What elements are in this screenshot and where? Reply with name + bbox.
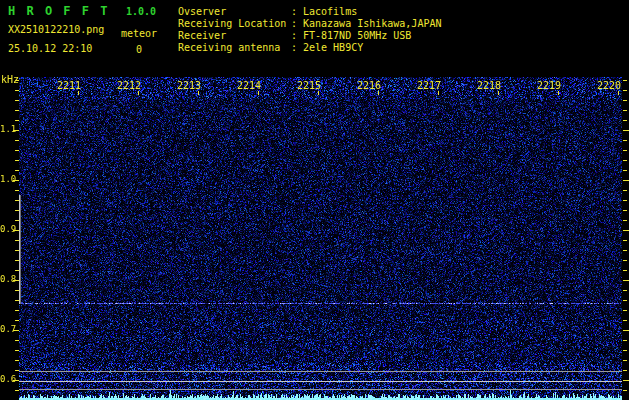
tick-mark bbox=[498, 91, 499, 95]
tick-mark bbox=[15, 390, 19, 391]
x-axis-tick-label: 2216 bbox=[356, 81, 382, 91]
info-label: Receiver bbox=[178, 30, 291, 42]
tick-mark bbox=[623, 340, 627, 341]
y-axis-tick-label: 1.0 bbox=[0, 174, 14, 185]
tick-mark bbox=[258, 91, 259, 95]
station-info: Ovserver:Lacofilms Receiving Location:Ka… bbox=[178, 6, 441, 54]
info-row-location: Receiving Location:Kanazawa Ishikawa,JAP… bbox=[178, 18, 441, 30]
tick-mark bbox=[15, 110, 19, 111]
tick-mark bbox=[623, 90, 627, 91]
tick-mark bbox=[623, 260, 627, 261]
tick-mark bbox=[15, 370, 19, 371]
x-axis-tick-label: 2220 bbox=[596, 81, 622, 91]
x-axis-tick-label: 2218 bbox=[476, 81, 502, 91]
app-version: 1.0.0 bbox=[126, 6, 156, 17]
hrofft-window: H R O F F T 1.0.0 XX2510122210.png meteo… bbox=[0, 0, 629, 400]
x-axis-tick-label: 2214 bbox=[236, 81, 262, 91]
tick-mark bbox=[623, 250, 627, 251]
tick-mark bbox=[623, 180, 629, 181]
info-label: Receiving antenna bbox=[178, 42, 291, 54]
tick-mark bbox=[623, 280, 629, 281]
tick-mark bbox=[623, 380, 629, 381]
info-colon: : bbox=[291, 42, 303, 54]
mode-label: meteor bbox=[121, 28, 157, 39]
x-axis-tick-label: 2215 bbox=[296, 81, 322, 91]
tick-mark bbox=[13, 280, 19, 281]
tick-mark bbox=[623, 100, 627, 101]
tick-mark bbox=[15, 250, 19, 251]
tick-mark bbox=[623, 350, 627, 351]
tick-mark bbox=[13, 180, 19, 181]
info-colon: : bbox=[291, 30, 303, 42]
tick-mark bbox=[15, 200, 19, 201]
tick-mark bbox=[15, 260, 19, 261]
tick-mark bbox=[623, 160, 627, 161]
tick-mark bbox=[623, 270, 627, 271]
tick-mark bbox=[15, 240, 19, 241]
tick-mark bbox=[618, 91, 619, 95]
tick-mark bbox=[558, 91, 559, 95]
tick-mark bbox=[318, 91, 319, 95]
x-axis-tick-label: 2219 bbox=[536, 81, 562, 91]
info-row-antenna: Receiving antenna:2ele HB9CY bbox=[178, 42, 441, 54]
tick-mark bbox=[623, 190, 627, 191]
tick-mark bbox=[15, 220, 19, 221]
info-row-observer: Ovserver:Lacofilms bbox=[178, 6, 441, 18]
tick-mark bbox=[623, 150, 627, 151]
tick-mark bbox=[623, 330, 629, 331]
x-axis-tick-label: 2213 bbox=[176, 81, 202, 91]
tick-mark bbox=[15, 300, 19, 301]
tick-mark bbox=[623, 370, 627, 371]
tick-mark bbox=[623, 120, 627, 121]
tick-mark bbox=[15, 270, 19, 271]
tick-mark bbox=[15, 310, 19, 311]
info-value: 2ele HB9CY bbox=[303, 42, 363, 53]
info-colon: : bbox=[291, 6, 303, 18]
tick-mark bbox=[623, 230, 629, 231]
tick-mark bbox=[15, 290, 19, 291]
info-value: Kanazawa Ishikawa,JAPAN bbox=[303, 18, 441, 29]
tick-mark bbox=[623, 310, 627, 311]
spectrogram-plot bbox=[19, 77, 622, 400]
tick-mark bbox=[15, 140, 19, 141]
y-axis-tick-label: 1.1 bbox=[0, 124, 14, 135]
tick-mark bbox=[15, 340, 19, 341]
y-axis-tick-label: 0.8 bbox=[0, 274, 14, 285]
tick-mark bbox=[15, 100, 19, 101]
tick-mark bbox=[15, 150, 19, 151]
tick-mark bbox=[623, 240, 627, 241]
tick-mark bbox=[623, 320, 627, 321]
tick-mark bbox=[13, 130, 19, 131]
info-row-receiver: Receiver:FT-817ND 50MHz USB bbox=[178, 30, 441, 42]
tick-mark bbox=[198, 91, 199, 95]
output-filename: XX2510122210.png bbox=[8, 24, 104, 35]
y-axis-tick-label: 0.9 bbox=[0, 224, 14, 235]
y-axis-tick-label: 0.7 bbox=[0, 324, 14, 335]
tick-mark bbox=[15, 120, 19, 121]
tick-mark bbox=[623, 140, 627, 141]
tick-mark bbox=[78, 91, 79, 95]
tick-mark bbox=[15, 80, 19, 81]
info-label: Ovserver bbox=[178, 6, 291, 18]
tick-mark bbox=[13, 380, 19, 381]
x-axis-tick-label: 2212 bbox=[116, 81, 142, 91]
tick-mark bbox=[15, 160, 19, 161]
tick-mark bbox=[378, 91, 379, 95]
spectrogram-canvas bbox=[19, 77, 622, 400]
tick-mark bbox=[623, 220, 627, 221]
tick-mark bbox=[15, 320, 19, 321]
meteor-count: 0 bbox=[136, 44, 142, 55]
info-value: FT-817ND 50MHz USB bbox=[303, 30, 411, 41]
tick-mark bbox=[623, 290, 627, 291]
tick-mark bbox=[623, 200, 627, 201]
tick-mark bbox=[623, 110, 627, 111]
tick-mark bbox=[623, 300, 627, 301]
x-axis-tick-label: 2217 bbox=[416, 81, 442, 91]
info-label: Receiving Location bbox=[178, 18, 291, 30]
tick-mark bbox=[15, 190, 19, 191]
datetime-label: 25.10.12 22:10 bbox=[8, 43, 92, 54]
info-value: Lacofilms bbox=[303, 6, 357, 17]
x-axis-tick-label: 2211 bbox=[56, 81, 82, 91]
tick-mark bbox=[623, 210, 627, 211]
tick-mark bbox=[13, 230, 19, 231]
